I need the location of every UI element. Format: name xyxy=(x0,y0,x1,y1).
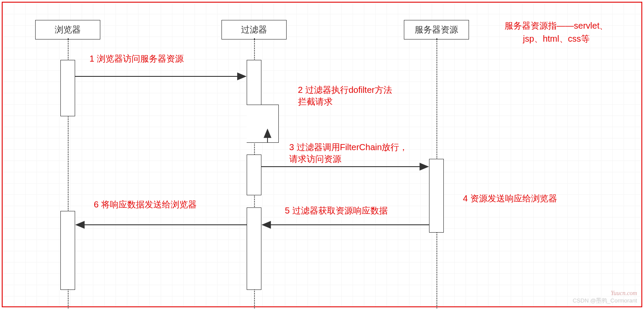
participant-browser: 浏览器 xyxy=(35,20,100,39)
msg-2-label: 2 过滤器执行dofilter方法 拦截请求 xyxy=(298,84,392,108)
participant-label: 过滤器 xyxy=(241,25,267,34)
sequence-diagram: 浏览器 过滤器 服务器资源 服务器资源指——servlet、 jsp、html、… xyxy=(3,3,641,306)
participant-filter: 过滤器 xyxy=(221,20,287,39)
watermark-site: Yuucn.com xyxy=(611,290,637,297)
msg-line: 拦截请求 xyxy=(298,97,333,106)
watermark-csdn: CSDN @墨鸦_Cormorant xyxy=(573,297,637,305)
msg-line: 请求访问资源 xyxy=(289,154,341,164)
activation-browser-1 xyxy=(60,60,75,116)
activation-browser-2 xyxy=(60,211,75,290)
activation-filter-selfmsg xyxy=(247,105,279,143)
msg-1-label: 1 浏览器访问服务器资源 xyxy=(89,53,184,65)
msg-line: 2 过滤器执行dofilter方法 xyxy=(298,85,392,95)
msg-6-label: 6 将响应数据发送给浏览器 xyxy=(94,199,197,210)
msg-3-label: 3 过滤器调用FilterChain放行， 请求访问资源 xyxy=(289,141,408,165)
note-line: jsp、html、css等 xyxy=(523,34,589,43)
resource-note: 服务器资源指——servlet、 jsp、html、css等 xyxy=(482,19,630,45)
activation-filter-3 xyxy=(247,207,261,290)
participant-resource: 服务器资源 xyxy=(404,20,469,39)
activation-resource xyxy=(429,159,444,233)
participant-label: 浏览器 xyxy=(55,25,81,34)
activation-filter-2 xyxy=(247,154,261,195)
note-line: 服务器资源指——servlet、 xyxy=(505,21,608,30)
msg-5-label: 5 过滤器获取资源响应数据 xyxy=(285,205,388,217)
participant-label: 服务器资源 xyxy=(415,25,458,34)
msg-4-label: 4 资源发送响应给浏览器 xyxy=(463,193,557,204)
msg-line: 3 过滤器调用FilterChain放行， xyxy=(289,142,408,152)
